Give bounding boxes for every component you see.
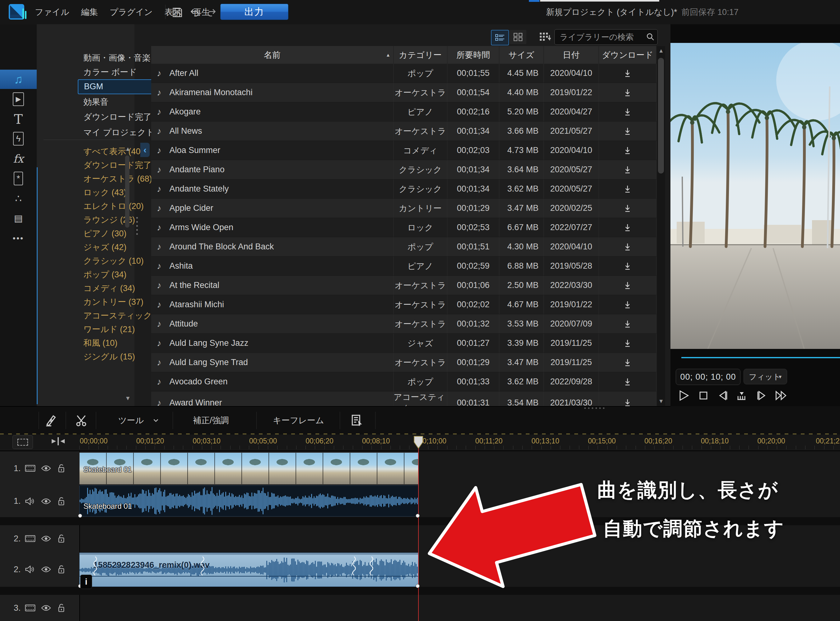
category-エレクトロ[interactable]: エレクトロ (20) xyxy=(83,199,161,213)
table-row[interactable]: ♪Auld Lang Syne Jazzジャズ00;01;273.39 MB20… xyxy=(151,334,657,353)
pane-splitter-handle[interactable] xyxy=(136,217,138,235)
table-row[interactable]: ♪Akiramenai Monotachiオーケストラ00;01;544.40 … xyxy=(151,83,657,102)
grid-view-button[interactable] xyxy=(509,30,526,44)
download-button[interactable] xyxy=(599,314,657,333)
table-row[interactable]: ♪Ashitaピアノ00;02;596.88 MB2019/05/28 xyxy=(151,256,657,276)
zoom-fit-dropdown[interactable]: フィット ▼ xyxy=(744,369,787,384)
snap-marker-button[interactable] xyxy=(735,389,749,402)
timecode-display[interactable]: 00; 00; 10; 00 xyxy=(676,369,740,385)
rail-title-room-icon[interactable]: T xyxy=(0,109,37,129)
clip-info-badge[interactable]: i xyxy=(80,575,92,589)
download-button[interactable] xyxy=(599,179,657,198)
table-row[interactable]: ♪Attitudeオーケストラ00;01;323.53 MB2020/07/09 xyxy=(151,314,657,334)
category-ラウンジ[interactable]: ラウンジ (26) xyxy=(83,213,161,227)
fix-enhance-button[interactable]: 補正/強調 xyxy=(193,407,229,434)
lock-icon[interactable] xyxy=(57,463,68,473)
download-button[interactable] xyxy=(599,276,657,295)
undo-button[interactable] xyxy=(188,6,202,19)
fast-forward-button[interactable] xyxy=(774,389,788,402)
search-icon[interactable] xyxy=(646,33,654,41)
range-select-icon[interactable] xyxy=(350,413,364,427)
download-button[interactable] xyxy=(599,334,657,353)
video-clip[interactable]: Skateboard 01 xyxy=(79,453,418,485)
download-button[interactable] xyxy=(599,199,657,218)
snap-toggle-icon[interactable] xyxy=(51,436,65,446)
rail-transition-room-icon[interactable]: ϟ xyxy=(0,129,37,148)
menu-item-編集[interactable]: 編集 xyxy=(81,6,98,18)
track-select-button[interactable] xyxy=(12,435,33,449)
eye-icon[interactable] xyxy=(41,535,52,542)
next-frame-button[interactable] xyxy=(754,389,768,402)
table-row[interactable]: ♪After Allポップ00;01;554.45 MB2020/04/10 xyxy=(151,64,657,83)
table-row[interactable]: ♪All Newsオーケストラ00;01;343.66 MB2021/05/27 xyxy=(151,121,657,141)
music-clip-selected[interactable]: 1585292823946_remix(0).wav xyxy=(79,553,418,587)
audio-clip[interactable]: Skateboard 01 xyxy=(79,485,418,516)
sidebar-collapse-button[interactable]: ‹ xyxy=(140,143,150,157)
keyframe-button[interactable]: キーフレーム xyxy=(273,407,324,434)
lock-icon[interactable] xyxy=(57,565,68,574)
eye-icon[interactable] xyxy=(41,465,52,472)
table-row[interactable]: ♪Atarashii Michiオーケストラ00;02;024.67 MB201… xyxy=(151,295,657,314)
eye-icon[interactable] xyxy=(41,566,52,573)
table-row[interactable]: ♪Avocado Greenポップ00;01;333.62 MB2022/09/… xyxy=(151,372,657,391)
table-row[interactable]: ♪Andante Statelyクラシック00;01;343.62 MB2020… xyxy=(151,179,657,199)
table-row[interactable]: ♪Apple Ciderカントリー00;01;293.47 MB2020/02/… xyxy=(151,199,657,218)
category-ピアノ[interactable]: ピアノ (30) xyxy=(83,227,161,240)
lock-icon[interactable] xyxy=(57,603,68,613)
play-button[interactable] xyxy=(677,389,690,402)
download-button[interactable] xyxy=(599,353,657,372)
download-button[interactable] xyxy=(599,372,657,391)
download-button[interactable] xyxy=(599,102,657,121)
rail-audio-mixing-room-icon[interactable]: ▤ xyxy=(0,208,37,228)
category-ポップ[interactable]: ポップ (34) xyxy=(83,268,161,282)
volume-line[interactable] xyxy=(80,576,418,577)
category-ロック[interactable]: ロック (43) xyxy=(83,186,161,199)
rail-blending-room-icon[interactable]: ∴ xyxy=(0,189,37,208)
preview-progress-bar[interactable] xyxy=(681,357,840,358)
table-row[interactable]: ♪At the Recitalオーケストラ00;01;062.50 MB2022… xyxy=(151,276,657,295)
clip-handle[interactable] xyxy=(415,514,420,518)
column-header-日付[interactable]: 日付 xyxy=(544,46,599,64)
download-button[interactable] xyxy=(599,256,657,276)
category-ジングル[interactable]: ジングル (15) xyxy=(83,350,161,364)
search-input[interactable] xyxy=(559,30,641,44)
table-scroll-thumb[interactable] xyxy=(658,58,664,174)
download-button[interactable] xyxy=(599,83,657,102)
tools-menu[interactable]: ツール xyxy=(118,407,160,434)
download-button[interactable] xyxy=(599,64,657,83)
stop-button[interactable] xyxy=(697,389,710,402)
category-カントリー[interactable]: カントリー (37) xyxy=(83,295,161,309)
sidebar-scroll-up[interactable]: ▲ xyxy=(124,145,132,153)
download-button[interactable] xyxy=(599,295,657,314)
category-和風[interactable]: 和風 (10) xyxy=(83,336,161,350)
column-header-サイズ[interactable]: サイズ xyxy=(499,46,544,64)
table-row[interactable]: ♪Andante Pianoクラシック00;01;343.64 MB2020/0… xyxy=(151,160,657,179)
table-row[interactable]: ♪Aloa Summerコメディ00;02;034.73 MB2020/04/1… xyxy=(151,141,657,160)
save-button[interactable] xyxy=(170,6,184,19)
rail-particle-room-icon[interactable]: * xyxy=(0,169,37,188)
rail-more-rooms-icon[interactable]: ••• xyxy=(0,229,37,248)
eye-icon[interactable] xyxy=(41,604,52,611)
playhead-marker[interactable] xyxy=(412,435,425,450)
output-button[interactable]: 出力 xyxy=(221,4,288,20)
rail-media-room-icon[interactable]: ♫ xyxy=(0,70,37,89)
app-logo-icon[interactable] xyxy=(9,4,27,20)
column-header-所要時間[interactable]: 所要時間 xyxy=(447,46,499,64)
clip-handle[interactable] xyxy=(415,584,420,588)
column-header-名前[interactable]: 名前 xyxy=(151,46,394,64)
panel-splitter-handle[interactable] xyxy=(584,407,605,409)
previous-frame-button[interactable] xyxy=(716,389,729,402)
menu-item-プラグイン[interactable]: プラグイン xyxy=(110,6,153,18)
list-view-button[interactable] xyxy=(491,30,509,45)
rail-effect-room-icon[interactable]: fx xyxy=(0,149,37,168)
download-button[interactable] xyxy=(599,237,657,256)
category-ジャズ[interactable]: ジャズ (42) xyxy=(83,240,161,254)
menu-item-ファイル[interactable]: ファイル xyxy=(35,6,70,18)
download-button[interactable] xyxy=(599,160,657,179)
eye-icon[interactable] xyxy=(41,498,52,505)
column-header-カテゴリー[interactable]: カテゴリー xyxy=(394,46,447,64)
sidebar-scroll-down[interactable]: ▼ xyxy=(124,394,132,402)
split-scissors-icon[interactable] xyxy=(75,413,88,427)
table-row[interactable]: ♪Akogareピアノ00;02;165.20 MB2020/04/27 xyxy=(151,102,657,121)
category-ワールド[interactable]: ワールド (21) xyxy=(83,323,161,336)
